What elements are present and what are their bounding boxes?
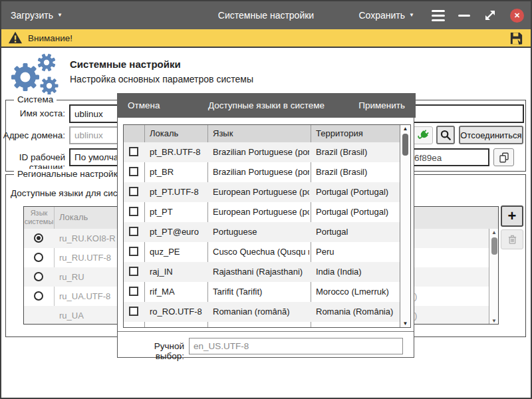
language-row[interactable]: pt_BRBrazilian Portuguese (porBrazil (Br… xyxy=(124,162,400,182)
locale-cell: pt_PT.UTF-8 xyxy=(150,187,203,197)
language-checkbox[interactable] xyxy=(129,267,138,276)
clipped-text-fragment: ) xyxy=(414,291,417,301)
locale-cell: pt_BR xyxy=(150,167,203,177)
page-subtitle: Настройка основных параметров системы xyxy=(70,74,253,84)
regional-section-legend: Региональные настройки xyxy=(14,169,126,179)
system-language-radio[interactable] xyxy=(34,233,43,243)
scroll-down-icon[interactable]: ▼ xyxy=(489,318,499,324)
add-language-button[interactable]: + xyxy=(501,205,523,227)
territory-cell: India (India) xyxy=(316,267,397,277)
language-checkbox[interactable] xyxy=(129,187,138,196)
language-cell: European Portuguese (po xyxy=(213,207,309,217)
save-menu-label: Сохранить xyxy=(359,10,406,21)
language-checkbox[interactable] xyxy=(129,247,138,256)
locale-cell: ru_RU xyxy=(59,272,84,282)
title-bar: Загрузить ▼ Системные настройки Сохранит… xyxy=(1,1,531,29)
column-header-territory: Территория xyxy=(316,128,363,138)
cancel-button[interactable]: Отмена xyxy=(128,100,160,110)
territory-cell: Portugal (Portugal) xyxy=(316,187,397,197)
gears-icon xyxy=(8,53,64,94)
language-checkbox[interactable] xyxy=(129,207,138,216)
language-row[interactable]: pt_PT.UTF-8European Portuguese (poPortug… xyxy=(124,182,400,202)
warning-icon xyxy=(8,31,23,45)
language-cell: Brazilian Portuguese (por xyxy=(213,147,309,157)
locale-cell: pt_BR.UTF-8 xyxy=(150,147,203,157)
menu-icon[interactable] xyxy=(432,10,445,21)
language-cell: Rajasthani (Rajasthani) xyxy=(213,267,309,277)
dialog-divider xyxy=(118,331,414,332)
apply-button[interactable]: Применить xyxy=(358,100,405,110)
system-language-radio[interactable] xyxy=(34,253,43,262)
column-header-locale: Локаль xyxy=(150,128,178,138)
warning-bar: Внимание! xyxy=(1,29,531,48)
maximize-icon[interactable] xyxy=(483,9,497,22)
locale-cell: quz_PE xyxy=(150,247,203,257)
locale-cell: ru_RU.KOI8-R xyxy=(59,233,116,243)
disconnect-button[interactable]: Отсоединиться xyxy=(459,126,523,144)
system-section-legend: Система xyxy=(14,94,57,104)
warning-text: Внимание! xyxy=(28,33,72,43)
language-list-panel: Локаль Язык Территория pt_BR.UTF-8Brazil… xyxy=(123,124,411,328)
domain-label: Адрес домена: xyxy=(0,130,65,140)
locale-table-scrollbar[interactable]: ▲ ▼ xyxy=(489,229,499,325)
copy-button[interactable] xyxy=(493,148,514,166)
territory-cell: Morocco (Lmerruk) xyxy=(316,287,397,297)
locale-cell: ru_UA xyxy=(59,311,84,321)
copy-icon xyxy=(498,152,510,164)
language-checkbox[interactable] xyxy=(129,307,138,316)
language-checkbox[interactable] xyxy=(129,287,138,296)
manual-select-input[interactable] xyxy=(189,338,403,354)
trash-icon xyxy=(507,234,518,245)
save-menu-button[interactable]: Сохранить ▼ xyxy=(355,7,419,23)
scroll-down-icon[interactable]: ▼ xyxy=(400,321,410,327)
language-cell: Tarifit (Tarifit) xyxy=(213,287,309,297)
dialog-scrollbar[interactable]: ▲ ▼ xyxy=(400,125,410,327)
territory-cell: Peru xyxy=(316,247,397,257)
plug-icon xyxy=(416,129,430,142)
scroll-up-icon[interactable]: ▲ xyxy=(489,229,499,235)
manual-select-label: Ручной выбор: xyxy=(124,341,184,361)
language-row[interactable]: pt_BR.UTF-8Brazilian Portuguese (porBraz… xyxy=(124,142,400,162)
language-row[interactable]: pt_PTEuropean Portuguese (poPortugal (Po… xyxy=(124,202,400,222)
dialog-header: Доступные языки в системе Отмена Примени… xyxy=(117,93,416,118)
app-window: Загрузить ▼ Системные настройки Сохранит… xyxy=(0,0,532,399)
language-table-body: pt_BR.UTF-8Brazilian Portuguese (porBraz… xyxy=(124,142,400,327)
connection-status-button[interactable] xyxy=(412,126,433,144)
language-checkbox[interactable] xyxy=(129,147,138,156)
minimize-icon[interactable] xyxy=(458,15,470,17)
language-row[interactable]: raj_INRajasthani (Rajasthani)India (Indi… xyxy=(124,262,400,282)
locale-cell: ro_RO.UTF-8 xyxy=(150,307,203,317)
locale-cell: ru_RU.UTF-8 xyxy=(59,253,111,263)
language-table-header: Локаль Язык Территория xyxy=(124,125,410,143)
column-header-locale: Локаль xyxy=(59,212,88,222)
system-language-radio[interactable] xyxy=(34,291,43,301)
language-row[interactable]: pt_PT@euroPortuguesePortugal xyxy=(124,222,400,242)
territory-cell: Portugal xyxy=(316,227,397,237)
scrollbar-thumb[interactable] xyxy=(491,237,497,255)
page-title: Системные настройки xyxy=(70,59,181,70)
territory-cell: Brazil (Brasil) xyxy=(316,167,397,177)
hostname-label: Имя хоста: xyxy=(0,108,65,118)
system-language-radio[interactable] xyxy=(34,272,43,281)
search-button[interactable] xyxy=(436,126,455,144)
floppy-disk-icon[interactable] xyxy=(509,31,524,46)
language-row[interactable]: quz_PECusco Quechua (Qusqu rPeru xyxy=(124,242,400,262)
language-row[interactable]: ro_RO.UTF-8Romanian (română)Romania (Rom… xyxy=(124,302,400,322)
clipped-text-fragment: ) xyxy=(414,311,417,321)
delete-language-button[interactable] xyxy=(501,229,523,249)
language-cell: Brazilian Portuguese (por xyxy=(213,167,309,177)
station-id-fragment: 6f89ea xyxy=(414,153,442,163)
close-icon[interactable]: ✕ xyxy=(510,9,524,23)
language-checkbox[interactable] xyxy=(129,227,138,236)
territory-cell: Brazil (Brasil) xyxy=(316,147,397,157)
locale-cell: rif_MA xyxy=(150,287,203,297)
scrollbar-thumb[interactable] xyxy=(402,134,408,156)
language-cell: European Portuguese (po xyxy=(213,187,309,197)
scroll-up-icon[interactable]: ▲ xyxy=(400,126,410,132)
language-checkbox[interactable] xyxy=(129,167,138,176)
column-header-language: Язык xyxy=(213,128,233,138)
search-icon xyxy=(440,129,452,141)
language-row[interactable]: rif_MATarifit (Tarifit)Morocco (Lmerruk) xyxy=(124,282,400,302)
column-header-system-language: Язык системы xyxy=(24,209,54,226)
locale-cell: ru_UA.UTF-8 xyxy=(59,291,110,301)
